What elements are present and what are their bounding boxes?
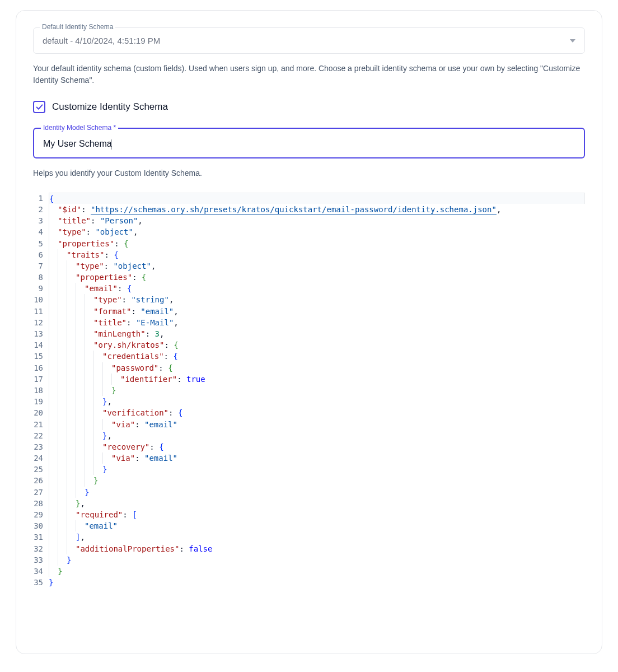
json-editor[interactable]: 1234567891011121314151617181920212223242… — [33, 190, 585, 591]
schema-name-input[interactable]: My User Schema — [43, 139, 112, 148]
customize-checkbox-row: Customize Identity Schema — [33, 101, 585, 113]
default-schema-helper: Your default identity schema (custom fie… — [33, 63, 585, 86]
schema-name-field: Identity Model Schema * My User Schema — [33, 128, 585, 158]
code-content[interactable]: {"$id": "https://schemas.ory.sh/presets/… — [49, 190, 585, 591]
line-number-gutter: 1234567891011121314151617181920212223242… — [33, 190, 49, 591]
schema-name-helper: Helps you identify your Custom Identity … — [33, 167, 585, 179]
schema-name-label: Identity Model Schema * — [41, 124, 118, 132]
customize-checkbox-label: Customize Identity Schema — [52, 101, 168, 113]
default-schema-value: default - 4/10/2024, 4:51:19 PM — [43, 36, 160, 45]
chevron-down-icon — [570, 39, 575, 43]
settings-panel: Default Identity Schema default - 4/10/2… — [16, 10, 602, 654]
default-schema-select[interactable]: default - 4/10/2024, 4:51:19 PM — [33, 27, 585, 54]
customize-checkbox[interactable] — [33, 101, 45, 113]
check-icon — [36, 104, 43, 111]
default-schema-field: Default Identity Schema default - 4/10/2… — [33, 27, 585, 54]
default-schema-label: Default Identity Schema — [40, 23, 115, 31]
text-caret — [111, 139, 111, 150]
